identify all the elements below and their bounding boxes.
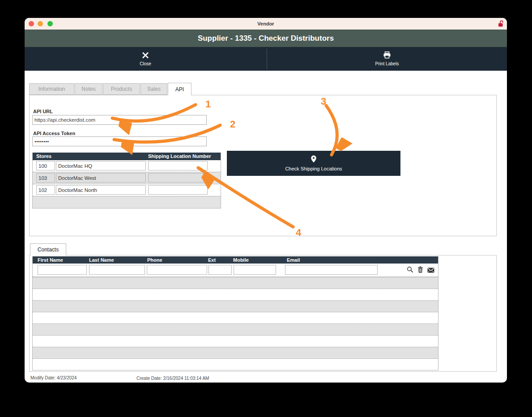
create-date: Create Date:2/16/2024 11:03:14 AM	[136, 376, 209, 381]
email-header: Email	[287, 256, 300, 264]
titlebar: Vendor	[25, 18, 507, 30]
check-shipping-locations-button[interactable]: Check Shipping Locations	[227, 151, 400, 176]
stores-header-label: Stores	[36, 153, 51, 160]
api-access-token-input[interactable]	[32, 136, 207, 146]
first-name-header: First Name	[38, 256, 63, 264]
shipping-location-header-label: Shipping Location Number	[148, 153, 211, 160]
shipping-location-input[interactable]	[148, 173, 208, 183]
empty-contact-row	[33, 323, 438, 336]
store-row-empty	[33, 196, 221, 208]
ext-input[interactable]	[209, 265, 232, 275]
modify-date: Modify Date: 4/23/2024	[30, 375, 77, 380]
store-number-input[interactable]	[36, 161, 55, 170]
empty-contact-row	[33, 312, 438, 323]
empty-contact-row	[33, 300, 438, 312]
contacts-table-header: First Name Last Name Phone Ext Mobile Em…	[33, 256, 438, 264]
trash-icon[interactable]	[417, 266, 423, 275]
check-shipping-locations-label: Check Shipping Locations	[285, 166, 342, 171]
empty-contact-row	[33, 336, 438, 347]
last-name-input[interactable]	[89, 265, 145, 275]
record-header: Supplier - 1335 - Checker Distributors	[25, 30, 507, 47]
api-url-label: API URL	[33, 109, 53, 114]
tab-notes[interactable]: Notes	[75, 83, 102, 95]
printer-icon	[383, 51, 391, 60]
envelope-icon[interactable]	[427, 267, 434, 275]
location-pin-icon	[311, 155, 317, 165]
first-name-input[interactable]	[38, 265, 87, 275]
store-number-input[interactable]	[36, 185, 55, 195]
empty-contact-row	[33, 289, 438, 300]
search-icon[interactable]	[407, 266, 413, 275]
record-title: Supplier - 1335 - Checker Distributors	[25, 30, 507, 47]
phone-input[interactable]	[147, 265, 207, 275]
email-input[interactable]	[285, 265, 378, 275]
store-row-100	[33, 160, 221, 172]
store-name-input[interactable]	[56, 161, 146, 170]
tab-information[interactable]: Information	[29, 83, 74, 95]
empty-contact-row	[33, 359, 438, 370]
tab-sales[interactable]: Sales	[140, 83, 167, 95]
tab-products[interactable]: Products	[103, 83, 140, 95]
toolbar-divider	[267, 48, 267, 69]
shipping-location-input[interactable]	[148, 161, 208, 170]
print-labels-button[interactable]: Print Labels	[347, 47, 427, 71]
stores-table: Stores Shipping Location Number	[32, 153, 221, 208]
tab-contacts[interactable]: Contacts	[30, 243, 66, 255]
create-date-label: Create Date:	[136, 376, 162, 381]
mobile-input[interactable]	[234, 265, 276, 275]
store-row-103	[33, 172, 221, 184]
vendor-window: Vendor Supplier - 1335 - Checker Distrib…	[25, 18, 507, 383]
contact-row-actions	[407, 266, 434, 275]
phone-header: Phone	[147, 256, 162, 264]
mobile-header: Mobile	[233, 256, 249, 264]
close-x-icon	[142, 52, 149, 60]
store-number-input[interactable]	[36, 173, 55, 183]
store-name-input[interactable]	[56, 173, 146, 183]
empty-contact-row	[33, 347, 438, 359]
ext-header: Ext	[208, 256, 216, 264]
toolbar: Close Print Labels	[25, 47, 507, 71]
window-title: Vendor	[25, 18, 507, 30]
close-button[interactable]: Close	[105, 47, 186, 71]
api-url-input[interactable]	[32, 115, 207, 125]
unlocked-padlock-icon	[497, 20, 504, 29]
store-name-input[interactable]	[56, 185, 146, 195]
create-date-value: 2/16/2024 11:03:14 AM	[163, 376, 209, 381]
store-row-102	[33, 184, 221, 196]
last-name-header: Last Name	[89, 256, 114, 264]
contact-entry-row	[33, 264, 438, 277]
contacts-table: First Name Last Name Phone Ext Mobile Em…	[32, 256, 438, 370]
shipping-location-input[interactable]	[148, 185, 208, 195]
print-labels-label: Print Labels	[375, 61, 399, 66]
empty-contact-row	[33, 277, 438, 289]
close-button-label: Close	[140, 61, 151, 66]
api-access-token-label: API Access Token	[33, 131, 75, 136]
stores-table-header: Stores Shipping Location Number	[33, 153, 221, 160]
tab-api[interactable]: API	[168, 83, 192, 95]
